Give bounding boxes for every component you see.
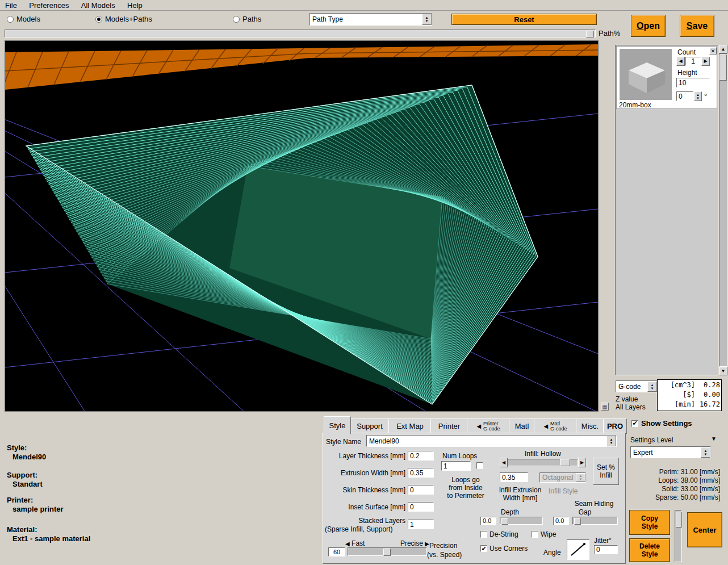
- tab-printer[interactable]: Printer: [430, 418, 468, 434]
- num-loops-input[interactable]: [441, 461, 471, 471]
- gcode-combobox[interactable]: G-code ▲ ▼: [616, 380, 658, 392]
- path-percent-slider[interactable]: [5, 30, 596, 37]
- use-corners-checkbox[interactable]: ✔ Use Corners: [480, 545, 528, 553]
- seam-depth-slider[interactable]: [500, 517, 543, 525]
- tab-support-label: Support: [357, 422, 383, 430]
- style-list-scrollbar-thumb[interactable]: [676, 512, 682, 528]
- viewport-canvas[interactable]: [5, 40, 599, 412]
- style-name-combobox[interactable]: Mendel90 ▲ ▼: [366, 435, 617, 447]
- precision-faster-control[interactable]: ◀ Fast: [345, 539, 365, 547]
- skin-thickness-input[interactable]: [408, 485, 434, 495]
- inset-surface-input[interactable]: [408, 502, 434, 512]
- status-grip-icon[interactable]: ▦: [601, 403, 609, 411]
- settings-level-expander-icon[interactable]: ▼: [711, 436, 717, 442]
- precision-slider[interactable]: [348, 547, 427, 556]
- radio-models-paths[interactable]: [95, 16, 102, 23]
- checkbox[interactable]: ✔: [631, 420, 638, 427]
- delete-style-button[interactable]: Delete Style: [629, 538, 670, 562]
- style-list-scrollbar[interactable]: [675, 510, 682, 562]
- num-loops-checkbox[interactable]: [476, 462, 483, 469]
- count-increment-button[interactable]: ▶: [701, 57, 710, 66]
- stat-volume-value: 0.28: [695, 380, 720, 390]
- model-thumbnail[interactable]: [620, 49, 672, 100]
- path-type-combobox[interactable]: Path Type ▲ ▼: [309, 13, 432, 26]
- checkbox[interactable]: [532, 531, 538, 538]
- infill-slider[interactable]: ◀ ▶: [500, 458, 586, 467]
- infill-slider-right-button[interactable]: ▶: [578, 458, 586, 467]
- menu-all-models[interactable]: All Models: [81, 1, 115, 10]
- scroll-down-button[interactable]: ▼: [719, 367, 727, 375]
- style-name-value: Mendel90: [367, 437, 606, 446]
- model-card[interactable]: 20mm-box ✕ Count ◀ ▶ Height ▲ ▼ °: [616, 46, 717, 109]
- count-decrement-button[interactable]: ◀: [676, 57, 685, 66]
- stacked-layers-input[interactable]: [408, 520, 434, 529]
- checkbox[interactable]: ✔: [480, 545, 487, 552]
- combo-arrows-icon[interactable]: ▲ ▼: [422, 14, 432, 25]
- tab-style[interactable]: Style: [324, 416, 351, 434]
- all-layers-label: All Layers: [616, 403, 646, 411]
- menu-help[interactable]: Help: [127, 1, 143, 10]
- view-mode-models[interactable]: Models: [7, 15, 40, 23]
- view-mode-models-paths[interactable]: Models+Paths: [95, 15, 152, 23]
- layer-thickness-input[interactable]: [408, 451, 434, 461]
- gcode-combo-arrows-icon[interactable]: ▲ ▼: [647, 381, 657, 392]
- model-close-button[interactable]: ✕: [709, 47, 717, 55]
- menu-preferences[interactable]: Preferences: [29, 1, 69, 10]
- seam-gap-slider[interactable]: [572, 517, 618, 525]
- count-input[interactable]: [685, 57, 701, 66]
- settings-level-combo-arrows-icon[interactable]: ▲ ▼: [701, 447, 710, 458]
- infill-slider-left-button[interactable]: ◀: [500, 458, 508, 467]
- tab-printer-gcode-label: Printer G-code: [483, 421, 500, 432]
- set-percent-infill-button[interactable]: Set % Infill: [593, 458, 619, 485]
- scrollbar-trough[interactable]: [719, 53, 727, 367]
- menu-file[interactable]: File: [5, 1, 17, 10]
- tab-misc[interactable]: Misc.: [576, 418, 604, 434]
- copy-style-button[interactable]: Copy Style: [629, 510, 670, 535]
- gap-label: Gap: [562, 508, 608, 516]
- settings-level-combobox[interactable]: Expert ▲ ▼: [630, 446, 711, 458]
- scrollbar-thumb[interactable]: [719, 55, 727, 81]
- arrow-left-icon: ◀: [345, 541, 350, 547]
- scroll-up-button[interactable]: ▲: [719, 45, 727, 53]
- view-mode-paths[interactable]: Paths: [233, 15, 261, 23]
- seam-depth-slider-handle[interactable]: [501, 518, 508, 525]
- infill-extrusion-width-input[interactable]: [500, 472, 528, 482]
- infill-style-combo-arrows-icon[interactable]: ▲ ▼: [576, 473, 585, 482]
- tab-printer-gcode[interactable]: ◀ Printer G-code: [467, 418, 510, 434]
- center-button[interactable]: Center: [687, 512, 722, 547]
- check-icon: ✔: [632, 420, 637, 426]
- tab-matl-label: Matl: [515, 422, 529, 430]
- open-button[interactable]: Open: [631, 15, 666, 37]
- infill-style-label: Infill Style: [549, 487, 578, 495]
- jitter-input[interactable]: [594, 545, 618, 554]
- infill-style-combobox[interactable]: Octagonal ▲ ▼: [539, 472, 586, 483]
- seam-gap-slider-handle[interactable]: [574, 518, 581, 525]
- reset-button[interactable]: Reset: [451, 14, 597, 25]
- tab-matl[interactable]: Matl: [509, 418, 535, 434]
- destring-checkbox[interactable]: De-String: [480, 530, 518, 538]
- model-list-scrollbar[interactable]: ▲ ▼: [719, 45, 727, 375]
- tab-pro[interactable]: PRO: [603, 418, 627, 434]
- radio-paths[interactable]: [233, 16, 240, 23]
- rotation-spinner[interactable]: ▲ ▼: [694, 91, 702, 101]
- tab-support[interactable]: Support: [350, 418, 390, 434]
- style-name-combo-arrows-icon[interactable]: ▲ ▼: [606, 436, 616, 446]
- extrusion-width-input[interactable]: [408, 468, 434, 478]
- infill-slider-handle[interactable]: [560, 459, 570, 466]
- path-percent-slider-handle[interactable]: [586, 31, 594, 37]
- wipe-checkbox[interactable]: Wipe: [532, 530, 556, 538]
- precision-slider-handle[interactable]: [383, 549, 391, 556]
- radio-models[interactable]: [7, 16, 14, 23]
- rotation-input[interactable]: [676, 91, 693, 101]
- show-settings-checkbox[interactable]: ✔ Show Settings: [631, 419, 692, 428]
- height-input[interactable]: [676, 78, 710, 87]
- arrow-left-icon: ◀: [476, 423, 481, 429]
- angle-picker-button[interactable]: [567, 539, 589, 560]
- save-button[interactable]: Save: [680, 15, 714, 37]
- precision-preciser-control[interactable]: Precise ▶: [400, 539, 429, 547]
- spin-down-icon[interactable]: ▼: [696, 97, 700, 100]
- checkbox[interactable]: [480, 531, 487, 538]
- tab-matl-gcode[interactable]: ◀ Matl G-code: [534, 418, 577, 434]
- tab-ext-map[interactable]: Ext Map: [388, 418, 432, 434]
- summary-style-value: Mendel90: [12, 453, 46, 461]
